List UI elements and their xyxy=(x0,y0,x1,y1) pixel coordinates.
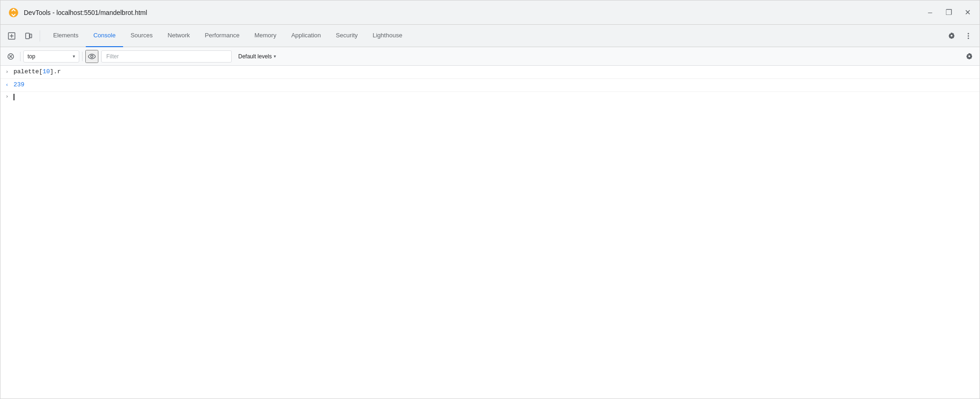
svg-point-5 xyxy=(968,35,969,36)
svg-point-4 xyxy=(968,33,969,34)
filter-input[interactable] xyxy=(101,50,232,63)
tab-lighthouse[interactable]: Lighthouse xyxy=(365,25,410,47)
levels-dropdown-arrow: ▾ xyxy=(274,54,276,59)
entry-bracket-close-prop: ].r xyxy=(50,68,61,75)
window-title: DevTools - localhost:5501/mandelbrot.htm… xyxy=(24,9,925,16)
toolbar-divider xyxy=(40,30,40,42)
console-prompt-symbol: › xyxy=(0,94,14,99)
tab-elements[interactable]: Elements xyxy=(46,25,86,47)
console-output: › palette[10].r ‹ 239 › xyxy=(0,66,980,399)
clear-console-button[interactable] xyxy=(4,50,17,63)
entry-output-value: 239 xyxy=(14,81,976,89)
maximize-button[interactable]: ❐ xyxy=(944,8,953,17)
entry-text-palette: palette xyxy=(14,68,39,75)
settings-button[interactable] xyxy=(944,28,959,43)
svg-rect-3 xyxy=(30,34,32,38)
tab-performance[interactable]: Performance xyxy=(197,25,247,47)
window-controls: – ❐ ✕ xyxy=(925,8,972,17)
tab-memory[interactable]: Memory xyxy=(247,25,284,47)
tab-network[interactable]: Network xyxy=(160,25,198,47)
console-cursor xyxy=(14,94,14,100)
console-entry-input: › palette[10].r xyxy=(0,66,980,79)
context-selector[interactable]: top ▾ xyxy=(23,50,79,63)
toolbar-right-icons xyxy=(944,28,976,43)
svg-point-10 xyxy=(91,55,93,57)
inspect-element-button[interactable] xyxy=(4,28,19,43)
more-tools-button[interactable] xyxy=(961,28,976,43)
context-label: top xyxy=(28,53,71,60)
context-dropdown-arrow: ▾ xyxy=(73,54,75,59)
entry-return-arrow[interactable]: ‹ xyxy=(0,81,14,89)
devtools-icon xyxy=(8,7,19,18)
devtools-window: DevTools - localhost:5501/mandelbrot.htm… xyxy=(0,0,980,399)
console-divider-2 xyxy=(82,52,83,61)
live-expressions-button[interactable] xyxy=(85,50,98,63)
title-bar: DevTools - localhost:5501/mandelbrot.htm… xyxy=(0,0,980,25)
console-settings-button[interactable] xyxy=(963,50,976,63)
tab-application[interactable]: Application xyxy=(284,25,329,47)
tabs-container: Elements Console Sources Network Perform… xyxy=(46,25,944,47)
device-toolbar-button[interactable] xyxy=(21,28,36,43)
main-toolbar: Elements Console Sources Network Perform… xyxy=(0,25,980,47)
svg-rect-2 xyxy=(26,33,29,39)
close-button[interactable]: ✕ xyxy=(963,8,972,17)
levels-label: Default levels xyxy=(238,53,272,60)
console-entry-output: ‹ 239 xyxy=(0,79,980,92)
console-input-line[interactable]: › xyxy=(0,92,980,105)
entry-index: 10 xyxy=(42,68,50,75)
console-divider-1 xyxy=(20,52,21,61)
minimize-button[interactable]: – xyxy=(925,8,935,17)
tab-console[interactable]: Console xyxy=(86,25,123,47)
tab-sources[interactable]: Sources xyxy=(123,25,160,47)
console-toolbar: top ▾ Default levels ▾ xyxy=(0,47,980,66)
tab-security[interactable]: Security xyxy=(328,25,365,47)
levels-selector[interactable]: Default levels ▾ xyxy=(235,50,280,63)
svg-point-6 xyxy=(968,37,969,39)
toolbar-left-icons xyxy=(4,28,42,43)
output-number: 239 xyxy=(14,81,24,88)
entry-expand-arrow[interactable]: › xyxy=(0,68,14,76)
entry-content: palette[10].r xyxy=(14,68,976,76)
